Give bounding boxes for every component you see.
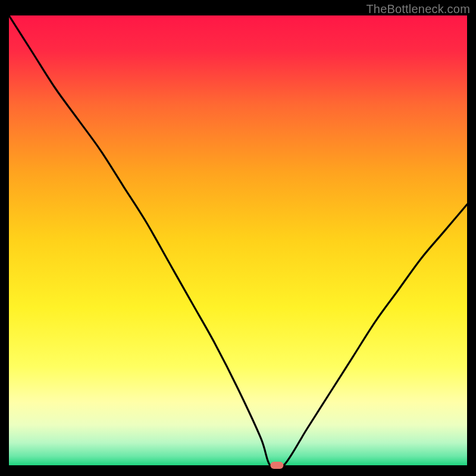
chart-background <box>9 15 467 465</box>
watermark-text: TheBottleneck.com <box>366 2 470 16</box>
svg-rect-0 <box>270 462 283 469</box>
chart-container: TheBottleneck.com <box>0 0 476 476</box>
bottleneck-chart <box>0 0 476 476</box>
optimal-point-marker <box>270 462 283 469</box>
